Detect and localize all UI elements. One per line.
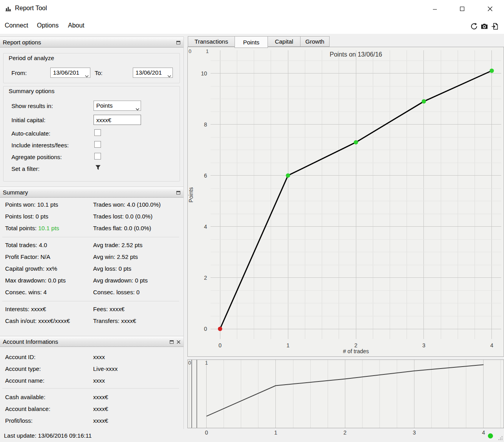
stat-consec-losses: Consec. losses: 0 <box>93 289 139 295</box>
account-id-label: Account ID: <box>5 354 36 360</box>
svg-text:3: 3 <box>422 342 425 348</box>
points-line-chart[interactable]: 02468100123401Points on 13/06/16# of tra… <box>188 47 504 356</box>
stat-profit-factor: Profit Factor: N/A <box>5 253 50 260</box>
svg-text:0: 0 <box>189 48 191 54</box>
window-title: Report Tool <box>15 5 47 12</box>
chart-tabs: Transactions Points Capital Growth <box>188 36 330 47</box>
chevron-down-icon <box>167 72 171 78</box>
to-date-value: 13/06/201 <box>136 69 162 76</box>
agregate-positions-label: Agregate positions: <box>11 154 62 160</box>
panel-title: Report options <box>3 39 41 46</box>
stat-trades-lost: Trades lost: 0.0 (0.0%) <box>93 213 152 220</box>
stat-capital-growth: Capital growth: xx% <box>5 265 57 272</box>
svg-text:1: 1 <box>286 342 290 348</box>
menu-bar: Connect Options About <box>0 18 504 34</box>
float-panel-icon[interactable] <box>175 40 181 45</box>
tab-points[interactable]: Points <box>235 36 268 48</box>
stat-avg-drawdown: Avg drawdown: 0 pts <box>93 277 148 284</box>
svg-text:2: 2 <box>204 275 207 281</box>
svg-text:0: 0 <box>188 360 191 366</box>
chart-navigator[interactable]: 0123401 <box>187 359 504 436</box>
stat-avg-loss: Avg loss: 0 pts <box>93 265 131 272</box>
tab-growth[interactable]: Growth <box>300 36 330 47</box>
panel-title: Summary <box>3 189 28 196</box>
refresh-icon[interactable] <box>470 22 478 31</box>
stat-trades-flat: Trades flat: 0.0 (0.0%) <box>93 225 151 231</box>
svg-text:10: 10 <box>201 70 207 77</box>
panel-title: Account Informations <box>3 338 58 345</box>
show-results-value: Points <box>96 102 113 109</box>
float-panel-icon[interactable] <box>175 190 181 195</box>
stat-max-drawdown: Max drawdown: 0.0 pts <box>5 277 66 284</box>
title-bar: Report Tool <box>0 0 504 18</box>
stat-cash-in-out: Cash in/out: xxxx€/xxxx€ <box>5 317 70 324</box>
account-name-label: Account name: <box>5 377 44 384</box>
chevron-down-icon <box>136 105 139 111</box>
auto-calculate-checkbox[interactable] <box>94 129 101 136</box>
stat-avg-win: Avg win: 2.52 pts <box>93 253 138 260</box>
chart-navigator-panel[interactable]: 0123401 <box>187 359 504 436</box>
period-of-analyze-group: Period of analyze From: 13/06/201 To: 13… <box>3 53 180 83</box>
profit-loss-label: Profit/loss: <box>5 417 33 424</box>
from-date-select[interactable]: 13/06/201 <box>50 68 90 78</box>
group-title: Summary options <box>9 88 55 94</box>
menu-about[interactable]: About <box>66 21 86 30</box>
include-interests-checkbox[interactable] <box>94 141 101 148</box>
show-results-select[interactable]: Points <box>93 101 141 111</box>
stat-interests: Interests: xxxx€ <box>5 306 46 312</box>
svg-text:4: 4 <box>490 342 493 348</box>
svg-text:Points: Points <box>188 187 194 203</box>
account-type-label: Account type: <box>5 365 41 372</box>
divider <box>2 388 179 389</box>
svg-text:6: 6 <box>204 172 207 179</box>
stat-total-points: Total points: 10.1 pts <box>5 225 59 231</box>
auto-calculate-label: Auto-calculate: <box>11 130 50 137</box>
tab-capital[interactable]: Capital <box>268 36 301 47</box>
include-interests-label: Include interests/fees: <box>11 142 69 149</box>
minimize-button[interactable] <box>426 3 444 15</box>
camera-icon[interactable] <box>480 22 489 31</box>
chevron-down-icon <box>85 72 89 78</box>
account-panel: Account ID: xxxx Account type: Live-xxxx… <box>0 347 183 429</box>
minimize-icon <box>433 7 437 11</box>
show-results-label: Show results in: <box>11 103 53 109</box>
report-options-panel: Period of analyze From: 13/06/201 To: 13… <box>0 48 183 187</box>
export-icon[interactable] <box>491 22 499 31</box>
to-label: To: <box>95 70 103 76</box>
account-type-value: Live-xxxx <box>93 365 118 372</box>
resize-grip[interactable] <box>498 435 503 442</box>
initial-capital-input[interactable] <box>93 115 141 125</box>
panel-splitter[interactable] <box>183 37 184 429</box>
agregate-positions-checkbox[interactable] <box>94 153 101 160</box>
stat-trades-won: Trades won: 4.0 (100.0%) <box>93 201 161 208</box>
filter-icon[interactable] <box>95 164 101 172</box>
menu-options[interactable]: Options <box>35 21 60 30</box>
divider <box>2 237 179 237</box>
close-button[interactable] <box>481 3 499 15</box>
stat-fees: Fees: xxxx€ <box>93 306 125 312</box>
svg-text:2: 2 <box>354 342 357 348</box>
stat-avg-trade: Avg trade: 2.52 pts <box>93 242 143 248</box>
app-window: { "window": { "title": "Report Tool", "m… <box>0 0 504 442</box>
tab-transactions[interactable]: Transactions <box>188 36 235 47</box>
maximize-button[interactable] <box>453 3 471 15</box>
to-date-select[interactable]: 13/06/201 <box>133 68 173 78</box>
stat-transfers: Transfers: xxxx€ <box>93 317 136 324</box>
close-panel-icon[interactable] <box>176 339 181 345</box>
stat-consec-wins: Consec. wins: 4 <box>5 289 47 295</box>
app-icon <box>5 5 12 12</box>
summary-options-group: Summary options Show results in: Points … <box>3 86 180 182</box>
summary-panel: Points won: 10.1 pts Trades won: 4.0 (10… <box>0 198 183 336</box>
profit-loss-value: xxxx€ <box>93 417 108 424</box>
status-bar: Last update: 13/06/2016 09:16:11 <box>0 429 504 442</box>
close-icon <box>488 6 493 11</box>
initial-capital-label: Initial capital: <box>11 117 46 123</box>
connection-status-dot <box>488 433 493 438</box>
points-chart-panel[interactable]: 02468100123401Points on 13/06/16# of tra… <box>187 47 504 357</box>
from-date-value: 13/06/201 <box>53 69 79 76</box>
account-name-value: xxxx <box>93 377 105 384</box>
menu-connect[interactable]: Connect <box>3 21 30 30</box>
svg-text:# of trades: # of trades <box>343 348 369 354</box>
stat-total-trades: Total trades: 4.0 <box>5 242 47 248</box>
float-panel-icon[interactable] <box>169 339 174 345</box>
